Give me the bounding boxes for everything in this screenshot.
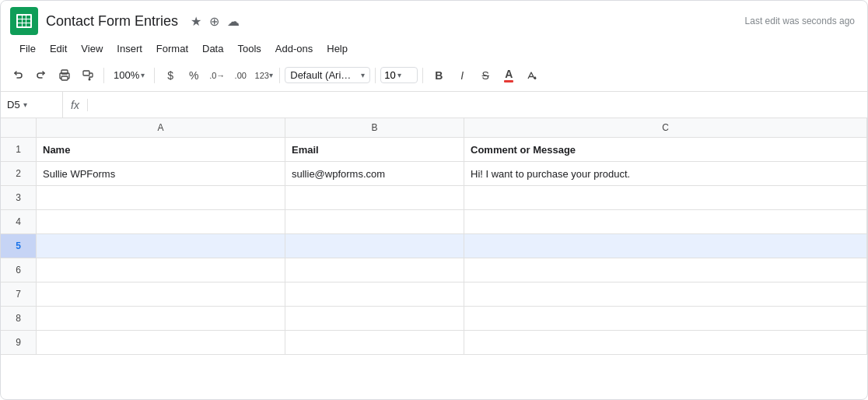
table-cell[interactable] [37, 258, 285, 282]
title-icons: ★ ⊕ ☁ [191, 14, 240, 29]
row-number[interactable]: 2 [1, 162, 37, 185]
app-icon [10, 7, 38, 35]
italic-button[interactable]: I [451, 65, 473, 86]
menu-addons[interactable]: Add-ons [269, 40, 319, 58]
table-cell[interactable] [285, 210, 464, 233]
table-cell[interactable] [37, 282, 285, 306]
table-cell[interactable]: Hi! I want to purchase your product. [464, 162, 867, 185]
svg-point-4 [89, 78, 91, 80]
table-row: 7 [1, 282, 867, 307]
table-cell[interactable] [285, 258, 464, 282]
formula-input[interactable] [88, 99, 867, 111]
row-number[interactable]: 8 [1, 307, 37, 330]
formula-bar: D5 ▾ fx [1, 92, 867, 118]
toolbar-sep-5 [422, 68, 423, 83]
table-row: 8 [1, 307, 867, 331]
table-cell[interactable] [37, 307, 285, 330]
table-cell[interactable] [285, 282, 464, 306]
col-header-b[interactable]: B [285, 118, 464, 137]
table-row: 4 [1, 210, 867, 234]
table-cell[interactable] [464, 258, 867, 282]
zoom-chevron-icon: ▾ [141, 71, 145, 79]
svg-rect-3 [83, 71, 89, 75]
table-cell[interactable] [464, 210, 867, 233]
font-family-dropdown[interactable]: Default (Ari… ▾ [285, 67, 370, 83]
cell-ref-value: D5 [7, 99, 20, 111]
table-cell[interactable] [464, 234, 867, 258]
table-cell[interactable] [285, 234, 464, 258]
table-cell[interactable] [37, 331, 285, 354]
menu-file[interactable]: File [13, 40, 42, 58]
menu-bar: File Edit View Insert Format Data Tools … [1, 38, 867, 59]
print-button[interactable] [54, 65, 75, 86]
menu-tools[interactable]: Tools [231, 40, 267, 58]
table-cell[interactable] [285, 186, 464, 209]
table-cell[interactable]: Email [285, 138, 464, 161]
menu-help[interactable]: Help [320, 40, 354, 58]
cell-reference[interactable]: D5 ▾ [1, 92, 63, 118]
toolbar: 100% ▾ $ % .0→ .00 123▾ Default (Ari… ▾ … [1, 59, 867, 92]
table-cell[interactable] [37, 234, 285, 258]
table-cell[interactable] [37, 186, 285, 209]
table-cell[interactable] [464, 186, 867, 209]
spreadsheet: A B C 1NameEmailComment or Message2Sulli… [1, 118, 867, 355]
table-cell[interactable] [285, 307, 464, 330]
menu-data[interactable]: Data [196, 40, 229, 58]
row-number[interactable]: 9 [1, 331, 37, 354]
fx-label: fx [63, 99, 88, 111]
font-chevron-icon: ▾ [361, 71, 365, 79]
row-number[interactable]: 6 [1, 258, 37, 282]
table-row: 2Sullie WPFormssullie@wpforms.comHi! I w… [1, 162, 867, 186]
folder-icon[interactable]: ⊕ [209, 14, 219, 29]
col-header-c[interactable]: C [464, 118, 867, 137]
table-cell[interactable] [37, 210, 285, 233]
table-row: 5 [1, 234, 867, 258]
svg-rect-2 [61, 76, 68, 80]
bold-button[interactable]: B [428, 65, 450, 86]
menu-insert[interactable]: Insert [110, 40, 149, 58]
strikethrough-button[interactable]: S [474, 65, 496, 86]
star-icon[interactable]: ★ [191, 14, 201, 29]
dollar-button[interactable]: $ [159, 65, 181, 86]
table-cell[interactable] [464, 282, 867, 306]
menu-format[interactable]: Format [150, 40, 194, 58]
document-title[interactable]: Contact Form Entries [46, 13, 178, 30]
menu-edit[interactable]: Edit [44, 40, 73, 58]
table-cell[interactable]: sullie@wpforms.com [285, 162, 464, 185]
table-cell[interactable]: Sullie WPForms [37, 162, 285, 185]
paint-format-button[interactable] [77, 65, 99, 86]
decimal-less-button[interactable]: .00 [229, 65, 251, 86]
table-cell[interactable] [464, 307, 867, 330]
zoom-value: 100% [114, 69, 139, 81]
font-size-dropdown[interactable]: 10 ▾ [380, 67, 418, 83]
row-number[interactable]: 7 [1, 282, 37, 306]
col-header-a[interactable]: A [37, 118, 285, 137]
table-row: 1NameEmailComment or Message [1, 138, 867, 162]
row-number[interactable]: 3 [1, 186, 37, 209]
font-color-button[interactable]: A [498, 65, 520, 86]
row-num-header-blank [1, 118, 37, 137]
cell-ref-chevron-icon: ▾ [23, 100, 27, 109]
row-number[interactable]: 4 [1, 210, 37, 233]
table-cell[interactable] [464, 331, 867, 354]
row-number[interactable]: 1 [1, 138, 37, 161]
cloud-icon[interactable]: ☁ [227, 14, 240, 29]
row-number[interactable]: 5 [1, 234, 37, 258]
toolbar-sep-2 [154, 68, 155, 83]
last-edit-text: Last edit was seconds ago [745, 16, 855, 26]
undo-button[interactable] [7, 65, 29, 86]
title-bar: Contact Form Entries ★ ⊕ ☁ Last edit was… [1, 1, 867, 38]
table-cell[interactable]: Comment or Message [464, 138, 867, 161]
redo-button[interactable] [30, 65, 52, 86]
format-number-button[interactable]: 123▾ [253, 65, 275, 86]
percent-button[interactable]: % [183, 65, 205, 86]
fill-color-button[interactable] [521, 65, 543, 86]
toolbar-sep-1 [103, 68, 104, 83]
toolbar-sep-3 [279, 68, 280, 83]
column-headers: A B C [1, 118, 867, 138]
menu-view[interactable]: View [75, 40, 109, 58]
table-cell[interactable] [285, 331, 464, 354]
zoom-dropdown[interactable]: 100% ▾ [109, 68, 149, 82]
table-cell[interactable]: Name [37, 138, 285, 161]
decimal-more-button[interactable]: .0→ [206, 65, 228, 86]
